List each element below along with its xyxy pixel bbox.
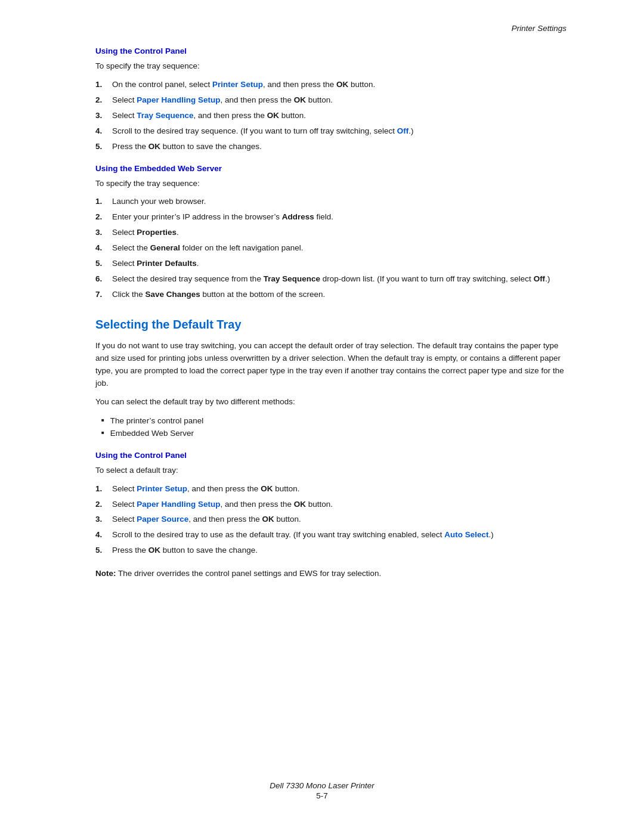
step-ews-3: 3. Select Properties.: [95, 227, 566, 239]
step-content: Select Properties.: [112, 227, 566, 239]
step-num: 1.: [95, 483, 112, 496]
step-dtcp-1: 1. Select Printer Setup, and then press …: [95, 483, 566, 496]
method-label: The printer’s control panel: [110, 414, 203, 428]
step-content: Select Paper Handling Setup, and then pr…: [112, 498, 566, 511]
highlight-ok: OK: [294, 500, 306, 509]
highlight-ok: OK: [336, 80, 348, 89]
section-using-ews: Using the Embedded Web Server To specify…: [95, 164, 566, 301]
step-content: Press the OK button to save the change.: [112, 544, 566, 557]
step-content: Select Tray Sequence, and then press the…: [112, 110, 566, 122]
step-content: Select Paper Handling Setup, and then pr…: [112, 94, 566, 107]
step-num: 2.: [95, 94, 112, 107]
step-cp1-1: 1. On the control panel, select Printer …: [95, 79, 566, 91]
step-num: 4.: [95, 242, 112, 255]
highlight-ok: OK: [261, 484, 273, 493]
intro-control-panel-1: To specify the tray sequence:: [95, 60, 566, 73]
highlight-tray-sequence: Tray Sequence: [264, 274, 320, 283]
step-num: 5.: [95, 544, 112, 557]
step-num: 2.: [95, 211, 112, 224]
method-label: Embedded Web Server: [110, 427, 194, 440]
section-selecting-default-tray: Selecting the Default Tray If you do not…: [95, 318, 566, 580]
highlight-auto-select: Auto Select: [444, 530, 488, 539]
step-num: 4.: [95, 125, 112, 138]
description-default-tray-2: You can select the default tray by two d…: [95, 396, 566, 408]
highlight-ok: OK: [267, 111, 279, 120]
highlight-off: Off: [534, 274, 546, 283]
intro-ews: To specify the tray sequence:: [95, 178, 566, 190]
step-content: Scroll to the desired tray to use as the…: [112, 529, 566, 541]
step-content: Click the Save Changes button at the bot…: [112, 289, 566, 301]
method-ews: Embedded Web Server: [101, 427, 566, 440]
step-dtcp-3: 3. Select Paper Source, and then press t…: [95, 513, 566, 526]
title-selecting-default-tray: Selecting the Default Tray: [95, 318, 566, 332]
intro-default-tray-cp: To select a default tray:: [95, 465, 566, 477]
highlight-paper-handling: Paper Handling Setup: [137, 95, 220, 104]
highlight-tray-sequence: Tray Sequence: [137, 111, 193, 120]
note-box: Note: The driver overrides the control p…: [95, 568, 566, 580]
highlight-properties: Properties: [137, 228, 177, 237]
method-control-panel: The printer’s control panel: [101, 414, 566, 428]
highlight-address: Address: [282, 212, 314, 221]
step-content: Select Paper Source, and then press the …: [112, 513, 566, 526]
step-content: Select Printer Defaults.: [112, 258, 566, 270]
highlight-ok: OK: [148, 546, 160, 555]
highlight-ok: OK: [148, 142, 160, 151]
page: Printer Settings Using the Control Panel…: [0, 0, 644, 833]
step-ews-6: 6. Select the desired tray sequence from…: [95, 273, 566, 286]
step-dtcp-5: 5. Press the OK button to save the chang…: [95, 544, 566, 557]
step-ews-1: 1. Launch your web browser.: [95, 196, 566, 208]
section-default-tray-control-panel: Using the Control Panel To select a defa…: [95, 451, 566, 558]
steps-default-tray-cp: 1. Select Printer Setup, and then press …: [95, 483, 566, 558]
step-content: Press the OK button to save the changes.: [112, 141, 566, 153]
section-using-control-panel-1: Using the Control Panel To specify the t…: [95, 47, 566, 153]
step-cp1-3: 3. Select Tray Sequence, and then press …: [95, 110, 566, 122]
step-cp1-5: 5. Press the OK button to save the chang…: [95, 141, 566, 153]
step-num: 1.: [95, 196, 112, 208]
step-num: 1.: [95, 79, 112, 91]
footer: Dell 7330 Mono Laser Printer 5-7: [0, 781, 644, 800]
steps-control-panel-1: 1. On the control panel, select Printer …: [95, 79, 566, 153]
step-ews-5: 5. Select Printer Defaults.: [95, 258, 566, 270]
step-content: Select the General folder on the left na…: [112, 242, 566, 255]
highlight-paper-source: Paper Source: [137, 515, 188, 524]
step-content: Enter your printer’s IP address in the b…: [112, 211, 566, 224]
highlight-ok: OK: [262, 515, 274, 524]
steps-ews: 1. Launch your web browser. 2. Enter you…: [95, 196, 566, 301]
step-num: 7.: [95, 289, 112, 301]
step-ews-7: 7. Click the Save Changes button at the …: [95, 289, 566, 301]
heading-using-ews: Using the Embedded Web Server: [95, 164, 566, 173]
step-num: 3.: [95, 513, 112, 526]
step-content: Select the desired tray sequence from th…: [112, 273, 566, 286]
highlight-general: General: [150, 243, 180, 252]
step-content: Launch your web browser.: [112, 196, 566, 208]
step-ews-2: 2. Enter your printer’s IP address in th…: [95, 211, 566, 224]
step-num: 3.: [95, 227, 112, 239]
step-num: 5.: [95, 141, 112, 153]
highlight-off: Off: [397, 126, 409, 135]
footer-printer-name: Dell 7330 Mono Laser Printer: [0, 781, 644, 790]
step-num: 5.: [95, 258, 112, 270]
heading-default-tray-cp: Using the Control Panel: [95, 451, 566, 460]
step-dtcp-2: 2. Select Paper Handling Setup, and then…: [95, 498, 566, 511]
heading-using-control-panel-1: Using the Control Panel: [95, 47, 566, 55]
footer-page-number: 5-7: [0, 791, 644, 800]
step-content: Select Printer Setup, and then press the…: [112, 483, 566, 496]
step-num: 3.: [95, 110, 112, 122]
note-label: Note:: [95, 569, 116, 578]
header-title: Printer Settings: [512, 24, 566, 33]
highlight-printer-setup: Printer Setup: [212, 80, 263, 89]
highlight-ok: OK: [294, 95, 306, 104]
highlight-printer-defaults: Printer Defaults: [137, 259, 197, 268]
step-dtcp-4: 4. Scroll to the desired tray to use as …: [95, 529, 566, 541]
step-num: 2.: [95, 498, 112, 511]
step-num: 4.: [95, 529, 112, 541]
step-content: On the control panel, select Printer Set…: [112, 79, 566, 91]
note-text: The driver overrides the control panel s…: [116, 569, 382, 578]
description-default-tray-1: If you do not want to use tray switching…: [95, 340, 566, 390]
step-cp1-2: 2. Select Paper Handling Setup, and then…: [95, 94, 566, 107]
highlight-save-changes: Save Changes: [145, 290, 200, 299]
step-num: 6.: [95, 273, 112, 286]
highlight-printer-setup: Printer Setup: [137, 484, 187, 493]
methods-list: The printer’s control panel Embedded Web…: [101, 414, 566, 440]
highlight-paper-handling: Paper Handling Setup: [137, 500, 220, 509]
